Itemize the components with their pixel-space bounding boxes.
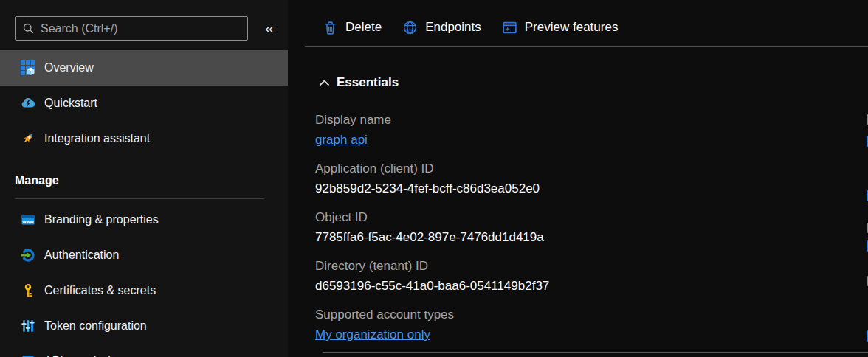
main-content: Delete Endpoints [288, 0, 868, 357]
sidebar-item-api-permissions[interactable]: API permissions [0, 344, 288, 357]
essentials-header[interactable]: Essentials [319, 75, 399, 90]
sidebar-item-certificates-secrets[interactable]: Certificates & secrets [0, 273, 288, 308]
sidebar-nav-manage: www Branding & properties Authentication [0, 202, 288, 357]
field-label: Application (client) ID [315, 159, 549, 178]
preview-features-button[interactable]: Preview features [502, 20, 619, 35]
trash-icon [323, 20, 338, 35]
toolbar-divider [305, 46, 868, 47]
sidebar-item-label: Certificates & secrets [44, 284, 156, 297]
sidebar-item-label: Branding & properties [44, 213, 159, 226]
delete-button-label: Delete [345, 20, 382, 35]
search-icon [22, 22, 35, 35]
api-permissions-icon [21, 354, 35, 357]
essentials-bottom-divider [323, 352, 868, 353]
field-supported-account-types: Supported account types My organization … [315, 305, 549, 344]
chevron-up-icon [319, 80, 330, 86]
search-input[interactable] [41, 22, 241, 35]
search-box[interactable] [15, 16, 248, 41]
application-client-id-value: 92b859d2-5234-4fef-bcff-c86d3ea052e0 [315, 178, 549, 198]
sidebar-item-label: Overview [44, 61, 94, 74]
globe-icon [402, 20, 418, 35]
field-object-id: Object ID 7785ffa6-f5ac-4e02-897e-7476dd… [315, 208, 549, 247]
endpoints-button-label: Endpoints [425, 20, 481, 35]
sidebar-item-label: Token configuration [44, 319, 147, 333]
sidebar-item-authentication[interactable]: Authentication [0, 238, 288, 273]
sliders-icon [21, 319, 35, 333]
field-label: Directory (tenant) ID [315, 257, 549, 276]
sidebar-item-token-configuration[interactable]: Token configuration [0, 308, 288, 344]
sidebar-nav-top: Overview Quickstart [0, 50, 288, 156]
essentials-fields: Display name graph api Application (clie… [315, 111, 549, 354]
essentials-title: Essentials [337, 75, 399, 90]
sidebar-item-quickstart[interactable]: Quickstart [0, 86, 288, 121]
branding-www-icon: www [21, 212, 35, 227]
field-directory-tenant-id: Directory (tenant) ID d6593196-c55c-41a0… [315, 257, 549, 296]
directory-tenant-id-value: d6593196-c55c-41a0-baa6-0541149b2f37 [315, 276, 549, 296]
field-label: Supported account types [315, 305, 549, 325]
delete-button[interactable]: Delete [323, 20, 382, 35]
supported-account-types-link[interactable]: My organization only [315, 325, 549, 344]
preview-features-button-label: Preview features [525, 20, 619, 35]
sidebar-divider [15, 198, 264, 199]
rocket-icon [21, 131, 35, 146]
preview-sparkles-icon [502, 20, 517, 35]
sidebar-section-manage: Manage [15, 170, 59, 192]
sign-in-arrow-icon [21, 248, 35, 263]
sidebar-item-label: Quickstart [44, 97, 97, 110]
sidebar-item-overview[interactable]: Overview [0, 50, 288, 86]
sidebar-item-branding-properties[interactable]: www Branding & properties [0, 202, 288, 238]
overview-icon [21, 60, 35, 75]
sidebar-item-label: Integration assistant [44, 132, 150, 145]
field-label: Display name [315, 111, 549, 130]
field-label: Object ID [315, 208, 549, 227]
display-name-link[interactable]: graph api [315, 130, 549, 150]
svg-text:www: www [21, 219, 34, 224]
command-bar: Delete Endpoints [323, 15, 618, 40]
field-display-name: Display name graph api [315, 111, 549, 150]
key-icon [21, 283, 35, 298]
collapse-sidebar-button[interactable]: « [260, 17, 279, 39]
sidebar: « Overview [0, 0, 288, 357]
sidebar-item-integration-assistant[interactable]: Integration assistant [0, 121, 288, 156]
quickstart-cloud-icon [21, 96, 35, 111]
sidebar-item-label: Authentication [44, 249, 119, 262]
field-application-client-id: Application (client) ID 92b859d2-5234-4f… [315, 159, 549, 198]
endpoints-button[interactable]: Endpoints [402, 20, 481, 35]
object-id-value: 7785ffa6-f5ac-4e02-897e-7476dd1d419a [315, 227, 549, 247]
